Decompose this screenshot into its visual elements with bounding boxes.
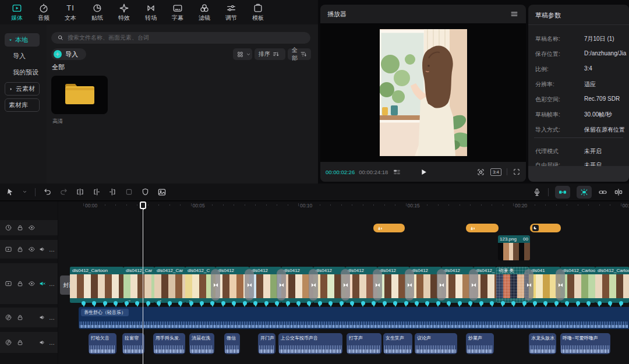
sound-effect-clip[interactable]: 微信 xyxy=(224,333,240,354)
redo-icon[interactable] xyxy=(59,188,68,196)
playhead-handle[interactable] xyxy=(140,202,146,209)
lock-icon[interactable] xyxy=(16,339,24,347)
aspect-ratio-button[interactable]: 3:4 xyxy=(490,168,501,176)
tab-文本[interactable]: TI文本 xyxy=(57,0,84,24)
sidebar-item-云素材[interactable]: 云素材 xyxy=(5,82,40,96)
sound-effect-clip[interactable]: 水龙头放水 xyxy=(529,333,556,354)
more-icon[interactable]: … xyxy=(49,281,55,287)
speaker-muted-icon[interactable] xyxy=(38,280,46,288)
music-clip[interactable]: 养生舒心（轻音乐） xyxy=(79,307,629,329)
trim-left-icon[interactable] xyxy=(92,188,101,196)
sound-effect-clip[interactable]: 议论声 xyxy=(415,333,457,354)
tab-贴纸[interactable]: 贴纸 xyxy=(84,0,111,24)
transition-indicator[interactable] xyxy=(405,269,414,301)
video-track-icon[interactable] xyxy=(5,246,12,253)
preview-quality-icon[interactable] xyxy=(393,168,401,176)
tab-调节[interactable]: 调节 xyxy=(218,0,245,24)
transition-indicator[interactable] xyxy=(524,269,533,301)
trim-right-icon[interactable] xyxy=(108,188,117,196)
effect-clip[interactable] xyxy=(373,224,405,232)
mask-icon[interactable] xyxy=(141,188,150,196)
lock-icon[interactable] xyxy=(16,224,24,232)
video-track-icon[interactable] xyxy=(5,280,12,288)
sound-effect-clip[interactable]: 炒菜声 xyxy=(466,333,494,354)
mic-icon[interactable] xyxy=(532,188,542,197)
transition-indicator[interactable] xyxy=(341,269,350,301)
sound-effect-clip[interactable]: 呼噜~可爱呼噜声 xyxy=(560,333,610,354)
effect-clip[interactable] xyxy=(466,224,499,232)
transition-indicator[interactable] xyxy=(309,269,318,301)
tab-字幕[interactable]: 字幕 xyxy=(164,0,191,24)
link-clips-icon[interactable] xyxy=(598,188,607,197)
tab-媒体[interactable]: 媒体 xyxy=(3,0,30,24)
cover-image-icon[interactable] xyxy=(157,188,167,197)
transition-indicator[interactable] xyxy=(211,269,220,301)
import-button[interactable]: 导入 xyxy=(51,48,86,60)
undo-icon[interactable] xyxy=(43,188,52,196)
more-icon[interactable]: … xyxy=(49,314,55,321)
fullscreen-icon[interactable] xyxy=(513,168,521,176)
clock-icon[interactable] xyxy=(5,224,12,232)
transition-indicator[interactable] xyxy=(245,269,254,301)
cursor-icon[interactable] xyxy=(6,188,15,196)
chevron-down-icon[interactable] xyxy=(22,189,27,195)
play-button[interactable] xyxy=(419,168,427,176)
sidebar-item-本地[interactable]: 本地 xyxy=(5,33,40,47)
toggle-main-track-magnet-icon[interactable] xyxy=(555,186,570,199)
folder-item[interactable] xyxy=(51,76,108,114)
tab-特效[interactable]: 特效 xyxy=(111,0,137,24)
player-preview[interactable] xyxy=(320,23,526,162)
video-clip[interactable]: dls0412_Cartoon xyxy=(595,267,629,303)
eye-icon[interactable] xyxy=(28,224,36,232)
speaker-icon[interactable] xyxy=(38,314,46,321)
more-icon[interactable]: … xyxy=(49,246,55,253)
sort-button[interactable]: 排序 xyxy=(255,48,285,60)
sound-effect-clip[interactable]: 女生笑声 xyxy=(383,333,412,354)
tab-音频[interactable]: 音频 xyxy=(30,0,57,24)
sound-effect-clip[interactable]: 拉窗帘 xyxy=(122,333,144,354)
sound-effect-clip[interactable]: 开门声 xyxy=(258,333,275,354)
menu-icon[interactable] xyxy=(510,9,519,19)
lock-icon[interactable] xyxy=(16,314,24,321)
video-clip[interactable]: dls0412_Cartoon xyxy=(560,267,595,303)
transition-indicator[interactable] xyxy=(277,269,286,301)
playhead-line[interactable] xyxy=(143,202,143,364)
more-icon[interactable]: … xyxy=(49,340,55,346)
video-clip[interactable]: dls0412_Car→ xyxy=(154,267,185,303)
split-icon[interactable] xyxy=(76,188,84,196)
preview-split-icon[interactable] xyxy=(614,188,623,197)
timeline[interactable]: 00:0000:0500:1000:1500:2000:2 ………… 封面 12… xyxy=(0,202,629,364)
transition-indicator[interactable] xyxy=(469,269,478,301)
effect-clip[interactable] xyxy=(530,224,561,232)
sound-effect-clip[interactable]: 清晨在洗 xyxy=(189,333,214,354)
speaker-icon[interactable] xyxy=(38,339,46,347)
sound-effect-clip[interactable]: 打字声 xyxy=(347,333,381,354)
search-input[interactable]: 搜索文件名称、画面元素、台词 xyxy=(51,32,310,44)
speaker-icon[interactable] xyxy=(38,246,46,253)
audio-track-icon[interactable] xyxy=(5,339,12,347)
focus-zoom-icon[interactable] xyxy=(476,168,485,176)
video-clip[interactable]: dls0412_Cartoon xyxy=(70,267,123,303)
sound-effect-clip[interactable]: 上公交车投币声音 xyxy=(278,333,342,354)
transition-indicator[interactable] xyxy=(437,269,446,301)
transition-indicator[interactable] xyxy=(373,269,382,301)
sound-effect-clip[interactable]: 打哈欠音 xyxy=(89,333,116,354)
lock-icon[interactable] xyxy=(16,246,24,253)
filter-button[interactable]: 全部 xyxy=(288,48,311,60)
tab-转场[interactable]: 转场 xyxy=(137,0,164,24)
view-mode-button[interactable] xyxy=(233,48,252,60)
sidebar-item-导入[interactable]: 导入 xyxy=(5,50,42,63)
delete-icon[interactable] xyxy=(125,188,133,196)
transition-indicator[interactable] xyxy=(556,269,565,301)
tab-滤镜[interactable]: 滤镜 xyxy=(191,0,218,24)
audio-track-icon[interactable] xyxy=(5,314,12,321)
sidebar-item-素材库[interactable]: 素材库 xyxy=(5,98,40,112)
video-clip[interactable]: dls0412_Car→ xyxy=(123,267,154,303)
sound-effect-clip[interactable]: 用手捋头发. xyxy=(153,333,185,354)
eye-icon[interactable] xyxy=(28,246,36,253)
sticker-clip[interactable]: 123.png 00 xyxy=(498,235,530,260)
lock-icon[interactable] xyxy=(16,280,24,288)
eye-icon[interactable] xyxy=(28,280,36,288)
toggle-auto-snap-icon[interactable] xyxy=(577,186,592,199)
tab-模板[interactable]: 模板 xyxy=(245,0,271,24)
